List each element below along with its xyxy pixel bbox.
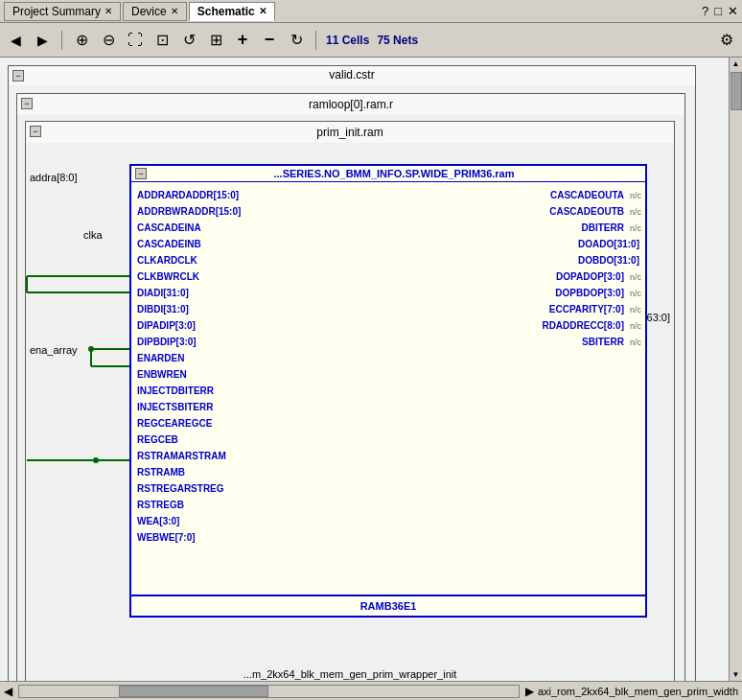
scroll-down-arrow[interactable]: ▼ xyxy=(730,668,742,681)
help-icon[interactable]: ? xyxy=(702,4,708,18)
port-addrardaddr: ADDRARDADDR[15:0] xyxy=(135,188,281,203)
port-rstramarstram: RSTRAMARSTRAM xyxy=(135,449,281,464)
nets-count-label: 75 Nets xyxy=(377,34,418,47)
port-cascadeinb: CASCADEINB xyxy=(135,237,281,252)
tab-schematic[interactable]: Schematic ✕ xyxy=(189,2,275,21)
tab-project-summary[interactable]: Project Summary ✕ xyxy=(4,2,121,21)
toolbar-divider-1 xyxy=(61,31,62,50)
scroll-thumb-h[interactable] xyxy=(119,686,268,697)
port-enarden: ENARDEN xyxy=(135,351,281,366)
scroll-left-arrow[interactable]: ◀ xyxy=(4,685,12,698)
scroll-thumb-v[interactable] xyxy=(730,72,742,110)
status-label: axi_rom_2kx64_blk_mem_gen_prim_width xyxy=(538,686,738,697)
title-bar: Project Summary ✕ Device ✕ Schematic ✕ ?… xyxy=(0,0,742,23)
port-row-cascadeouta: CASCADEOUTA n/c xyxy=(548,188,641,203)
window-controls: ? □ ✕ xyxy=(702,4,738,18)
ena-signal-label: ena_array xyxy=(30,344,78,356)
settings-button[interactable]: ⚙ xyxy=(715,28,738,53)
port-webwe: WEBWE[7:0] xyxy=(135,530,281,546)
port-row-dopadop: DOPADOP[3:0] n/c xyxy=(554,269,641,285)
port-row-dbiterr: DBITERR n/c xyxy=(580,221,641,236)
main-area: ... ... − valid.cstr − ramloop[0].ram.r … xyxy=(0,58,742,681)
port-dibdi: DIBDI[31:0] xyxy=(135,302,281,317)
maximize-icon[interactable]: □ xyxy=(714,4,722,18)
scroll-up-arrow[interactable]: ▲ xyxy=(730,58,742,70)
status-bar: ◀ ▶ axi_rom_2kx64_blk_mem_gen_prim_width xyxy=(0,681,742,700)
port-dipbdip: DIPBDIP[3:0] xyxy=(135,335,281,350)
rotate-left-button[interactable]: ↺ xyxy=(177,28,200,53)
cells-count-label: 11 Cells xyxy=(326,34,369,47)
port-row-doado: DOADO[31:0] xyxy=(576,237,641,252)
canvas-area[interactable]: ... ... − valid.cstr − ramloop[0].ram.r … xyxy=(0,58,729,681)
port-injectsbiterr: INJECTSBITERR xyxy=(135,400,281,415)
toolbar: ◀ ▶ ⊕ ⊖ ⛶ ⊡ ↺ ⊞ + − ↻ 11 Cells 75 Nets ⚙ xyxy=(0,23,742,58)
vertical-scrollbar[interactable]: ▲ ▼ xyxy=(729,58,742,681)
ram-footer-label: RAMB36E1 xyxy=(131,595,645,616)
wrapper-label: ...m_2kx64_blk_mem_gen_prim_wrapper_init xyxy=(26,668,674,680)
refresh-button[interactable]: ↻ xyxy=(285,28,308,53)
tab-device[interactable]: Device ✕ xyxy=(123,2,187,21)
ram-module-label: ...SERIES.NO_BMM_INFO.SP.WIDE_PRIM36.ram xyxy=(147,168,641,179)
port-clkbwrclk: CLKBWRCLK xyxy=(135,269,281,285)
close-icon[interactable]: ✕ xyxy=(728,4,738,18)
ramloop-box-label: ramloop[0].ram.r xyxy=(17,94,684,115)
collapse-prim[interactable]: − xyxy=(30,126,41,137)
port-wea: WEA[3:0] xyxy=(135,514,281,529)
port-regceb: REGCEB xyxy=(135,432,281,448)
addra-signal-label: addra[8:0] xyxy=(30,172,78,183)
toolbar-divider-2 xyxy=(315,31,316,50)
port-regcearegce: REGCEAREGCE xyxy=(135,416,281,432)
fit-button[interactable]: ⛶ xyxy=(124,28,147,53)
port-row-sbiterr: SBITERR n/c xyxy=(580,335,641,350)
collapse-ramloop[interactable]: − xyxy=(21,98,33,109)
port-row-dobdo: DOBDO[31:0] xyxy=(576,253,641,268)
port-row-eccparity: ECCPARITY[7:0] n/c xyxy=(547,302,641,317)
nav-forward-button[interactable]: ▶ xyxy=(31,28,54,53)
port-row-dopbdop: DOPBDOP[3:0] n/c xyxy=(553,286,641,301)
minus-button[interactable]: − xyxy=(258,28,281,53)
port-rstregb: RSTREGB xyxy=(135,498,281,513)
port-dipadip: DIPADIP[3:0] xyxy=(135,318,281,334)
tab-close-schematic[interactable]: ✕ xyxy=(259,6,267,16)
port-diadi: DIADI[31:0] xyxy=(135,286,281,301)
select-button[interactable]: ⊡ xyxy=(151,28,174,53)
port-cascadeina: CASCADEINA xyxy=(135,221,281,236)
prim-box-label: prim_init.ram xyxy=(26,122,674,143)
port-row-rdaddrecc: RDADDRECC[8:0] n/c xyxy=(540,318,641,334)
clka-signal-label: clka xyxy=(83,229,103,241)
plus-button[interactable]: + xyxy=(231,28,254,53)
port-enbwren: ENBWREN xyxy=(135,367,281,383)
port-injectdbiterr: INJECTDBITERR xyxy=(135,384,281,399)
collapse-outer[interactable]: − xyxy=(12,70,24,82)
center-button[interactable]: ⊞ xyxy=(204,28,227,53)
tab-close-project-summary[interactable]: ✕ xyxy=(104,6,112,16)
port-row-cascadeoutb: CASCADEOUTB n/c xyxy=(547,204,641,220)
outer-box-label: valid.cstr xyxy=(9,66,695,85)
port-rstramb: RSTRAMB xyxy=(135,465,281,480)
port-rstregarstreg: RSTREGARSTREG xyxy=(135,481,281,497)
zoom-in-button[interactable]: ⊕ xyxy=(70,28,93,53)
port-addrbwraddr: ADDRBWRADDR[15:0] xyxy=(135,204,281,220)
scroll-right-arrow[interactable]: ▶ xyxy=(525,685,534,698)
port-clkardclk: CLKARDCLK xyxy=(135,253,281,268)
tab-close-device[interactable]: ✕ xyxy=(171,6,178,16)
nav-back-button[interactable]: ◀ xyxy=(4,28,27,53)
horizontal-scrollbar[interactable] xyxy=(18,685,520,698)
zoom-out-button[interactable]: ⊖ xyxy=(97,28,120,53)
collapse-ram[interactable]: − xyxy=(135,168,147,179)
